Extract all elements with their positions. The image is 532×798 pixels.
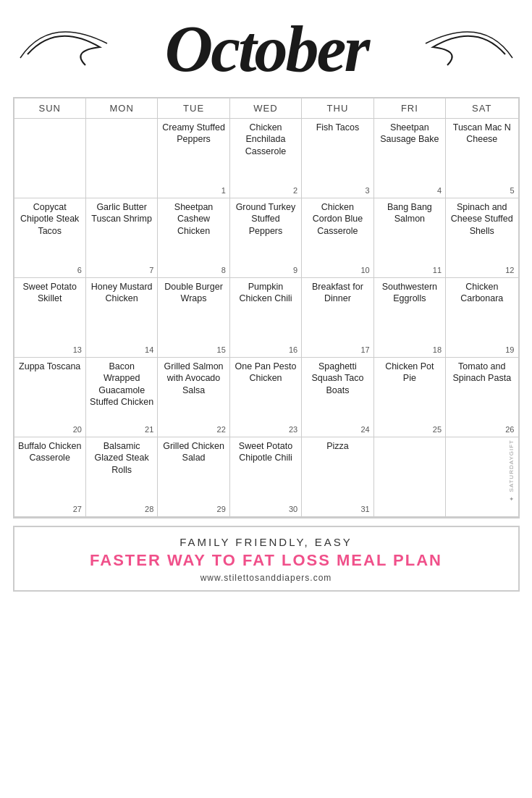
meal-text: Breakfast for Dinner [312,282,363,303]
day-number: 22 [217,424,226,434]
day-number: 21 [145,424,153,434]
calendar-day-6: Copycat Chipotle Steak Tacos6 [14,198,86,278]
calendar-day-18: Southwestern Eggrolls18 [374,278,446,358]
meal-text: Ground Turkey Stuffed Peppers [236,202,296,236]
day-number: 31 [360,504,369,514]
day-number: 24 [360,424,369,434]
day-header-thu: Thu [302,98,373,118]
calendar-day-8: Sheetpan Cashew Chicken8 [158,198,229,278]
day-header-sun: Sun [14,98,86,118]
meal-text: Grilled Salmon with Avocado Salsa [164,361,224,395]
calendar-day-3: Fish Tacos3 [302,119,373,198]
meal-text: Bang Bang Salmon [387,202,432,224]
day-header-sat: Sat [446,98,518,118]
meal-text: Buffalo Chicken Casserole [18,441,81,463]
calendar-day-2: Chicken Enchilada Casserole2 [230,119,302,198]
meal-text: Chicken Pot Pie [385,361,434,383]
day-number: 27 [73,504,82,514]
meal-text: Tuscan Mac N Cheese [453,122,511,144]
calendar-day-10: Chicken Cordon Blue Casserole10 [302,198,373,278]
day-number: 26 [505,424,514,434]
calendar-day-24: Spaghetti Squash Taco Boats24 [302,358,373,437]
meal-text: Zuppa Toscana [19,361,80,371]
calendar-day-17: Breakfast for Dinner17 [302,278,373,358]
day-number: 4 [437,185,442,196]
day-number: 9 [293,265,297,275]
meal-text: Honey Mustard Chicken [91,282,153,303]
svg-text:October: October [164,12,371,85]
meal-text: Chicken Enchilada Casserole [245,122,286,156]
calendar-day-29: Grilled Chicken Salad29 [158,437,229,517]
meal-text: Spaghetti Squash Taco Boats [311,361,363,395]
day-number: 16 [289,345,297,355]
header-decoration: October [13,7,520,87]
meal-text: Double Burger Wraps [164,282,223,303]
day-number: 19 [505,345,514,355]
calendar-day-19: Chicken Carbonara19 [446,278,518,358]
meal-text: Southwestern Eggrolls [382,282,437,303]
day-number: 25 [433,424,442,434]
meal-text: Pizza [326,441,349,451]
day-number: 17 [360,345,369,355]
calendar-day-28: Balsamic Glazed Steak Rolls28 [86,437,158,517]
footer-subtitle: Family Friendly, Easy [22,536,511,548]
calendar-day-5: Tuscan Mac N Cheese5 [446,119,518,198]
calendar: SunMonTueWedThuFriSat Creamy Stuffed Pep… [13,97,520,518]
calendar-grid: Creamy Stuffed Peppers1Chicken Enchilada… [14,119,518,517]
calendar-day-25: Chicken Pot Pie25 [374,358,446,437]
calendar-day-14: Honey Mustard Chicken14 [86,278,158,358]
calendar-day-11: Bang Bang Salmon11 [374,198,446,278]
calendar-day-1: Creamy Stuffed Peppers1 [158,119,229,198]
day-header-wed: Wed [230,98,302,118]
calendar-day-23: One Pan Pesto Chicken23 [230,358,302,437]
day-header-tue: Tue [158,98,229,118]
day-number: 28 [145,504,153,514]
day-number: 14 [145,345,153,355]
day-number: 1 [221,185,226,196]
meal-text: Sweet Potato Chipotle Chili [239,441,292,463]
day-number: 6 [77,265,82,275]
calendar-day-26: Tomato and Spinach Pasta26 [446,358,518,437]
day-number: 8 [221,265,226,275]
meal-text: Fish Tacos [316,122,360,133]
meal-text: Sheetpan Sausage Bake [380,122,439,144]
meal-text: Garlic Butter Tuscan Shrimp [91,202,152,224]
page-header: October [0,0,532,93]
meal-text: Spinach and Cheese Stuffed Shells [451,202,513,236]
calendar-day-22: Grilled Salmon with Avocado Salsa22 [158,358,229,437]
meal-text: Sweet Potato Skillet [23,282,77,303]
watermark: ✦ SATURDAYGIFT [508,440,515,502]
day-number: 29 [217,504,226,514]
footer-title: Faster Way to Fat Loss Meal Plan [22,551,511,570]
day-number: 13 [73,345,82,355]
footer-banner: Family Friendly, Easy Faster Way to Fat … [13,526,520,592]
meal-text: Chicken Carbonara [460,282,503,303]
day-number: 18 [433,345,442,355]
day-headers-row: SunMonTueWedThuFriSat [14,98,518,119]
calendar-empty-cell [374,437,446,517]
day-number: 12 [505,265,514,275]
meal-text: Pumpkin Chicken Chili [240,282,292,303]
meal-text: Sheetpan Cashew Chicken [174,202,214,236]
meal-text: Creamy Stuffed Peppers [162,122,225,144]
calendar-day-31: Pizza31 [302,437,373,517]
calendar-day-15: Double Burger Wraps15 [158,278,229,358]
calendar-empty-cell: ✦ SATURDAYGIFT [446,437,518,517]
day-number: 7 [149,265,153,275]
meal-text: Tomato and Spinach Pasta [452,361,511,383]
footer-url: www.stilettosanddiapers.com [22,573,511,583]
day-number: 30 [289,504,297,514]
day-number: 23 [289,424,297,434]
day-number: 11 [433,265,442,275]
meal-text: Balsamic Glazed Steak Rolls [95,441,149,475]
meal-text: One Pan Pesto Chicken [235,361,297,383]
calendar-empty-cell [86,119,158,198]
day-header-fri: Fri [374,98,446,118]
calendar-day-13: Sweet Potato Skillet13 [14,278,86,358]
meal-text: Copycat Chipotle Steak Tacos [20,202,79,236]
calendar-day-12: Spinach and Cheese Stuffed Shells12 [446,198,518,278]
meal-text: Chicken Cordon Blue Casserole [313,202,363,236]
day-number: 3 [366,185,370,196]
calendar-day-30: Sweet Potato Chipotle Chili30 [230,437,302,517]
day-number: 2 [293,185,297,196]
